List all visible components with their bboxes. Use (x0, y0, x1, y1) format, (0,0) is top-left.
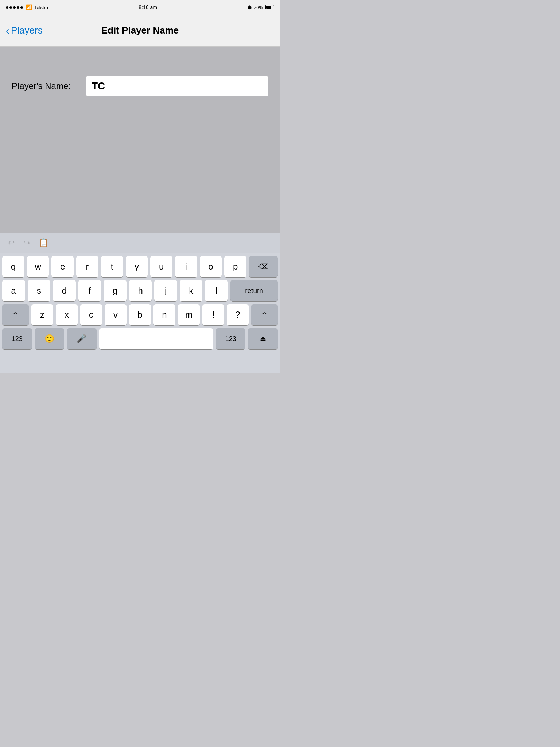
numbers-label: 123 (12, 335, 23, 343)
key-exclamation[interactable]: ! (202, 304, 224, 325)
key-row-3: ⇧ z x c v b n m ! ? ⇧ (2, 304, 278, 325)
key-question[interactable]: ? (227, 304, 249, 325)
key-j[interactable]: j (154, 280, 177, 301)
shift-left-icon: ⇧ (12, 310, 19, 319)
numbers-button-right[interactable]: 123 (216, 328, 246, 349)
player-name-label: Player's Name: (12, 81, 77, 91)
key-row-4: 123 🙂 🎤 123 ⏏ (2, 328, 278, 349)
battery-icon (265, 5, 274, 9)
key-d[interactable]: d (53, 280, 76, 301)
undo-icon: ↩ (8, 238, 15, 248)
redo-button[interactable]: ↪ (21, 236, 32, 250)
key-z[interactable]: z (31, 304, 53, 325)
key-l[interactable]: l (205, 280, 228, 301)
return-button[interactable]: return (230, 280, 278, 301)
keyboard-hide-button[interactable]: ⏏ (248, 328, 278, 349)
microphone-icon: 🎤 (77, 334, 86, 344)
signal-dots (6, 6, 23, 9)
wifi-icon: 📶 (26, 4, 32, 10)
keyboard-rows: q w e r t y u i o p ⌫ a s d f g h j k l … (0, 253, 280, 351)
backspace-button[interactable]: ⌫ (249, 256, 278, 277)
bluetooth-icon: ⬢ (248, 5, 252, 10)
redo-icon: ↪ (23, 238, 30, 248)
shift-right-button[interactable]: ⇧ (251, 304, 278, 325)
carrier-label: Telstra (34, 5, 48, 10)
shift-right-icon: ⇧ (261, 310, 268, 319)
key-w[interactable]: w (27, 256, 49, 277)
microphone-button[interactable]: 🎤 (67, 328, 97, 349)
back-label: Players (11, 25, 43, 36)
status-bar: 📶 Telstra 8:16 am ⬢ 70% (0, 0, 280, 15)
key-row-1: q w e r t y u i o p ⌫ (2, 256, 278, 277)
key-f[interactable]: f (78, 280, 101, 301)
back-chevron-icon: ‹ (6, 25, 9, 36)
key-n[interactable]: n (153, 304, 175, 325)
key-s[interactable]: s (28, 280, 51, 301)
nav-title: Edit Player Name (101, 25, 179, 36)
key-k[interactable]: k (180, 280, 203, 301)
nav-bar: ‹ Players Edit Player Name (0, 15, 280, 47)
status-left: 📶 Telstra (6, 4, 48, 10)
emoji-icon: 🙂 (44, 334, 54, 344)
keyboard-area: ↩ ↪ 📋 q w e r t y u i o p ⌫ a s (0, 233, 280, 374)
key-y[interactable]: y (126, 256, 148, 277)
key-a[interactable]: a (2, 280, 25, 301)
clipboard-icon: 📋 (39, 238, 48, 248)
player-name-input[interactable] (86, 76, 268, 96)
key-e[interactable]: e (51, 256, 74, 277)
numbers-button[interactable]: 123 (2, 328, 32, 349)
keyboard-hide-icon: ⏏ (260, 335, 266, 343)
key-row-2: a s d f g h j k l return (2, 280, 278, 301)
key-g[interactable]: g (104, 280, 127, 301)
key-i[interactable]: i (175, 256, 197, 277)
key-m[interactable]: m (178, 304, 200, 325)
key-b[interactable]: b (129, 304, 151, 325)
key-v[interactable]: v (105, 304, 127, 325)
status-right: ⬢ 70% (248, 5, 274, 10)
numbers-label-right: 123 (225, 335, 236, 343)
key-o[interactable]: o (200, 256, 222, 277)
key-h[interactable]: h (129, 280, 152, 301)
space-button[interactable] (99, 328, 213, 349)
key-t[interactable]: t (101, 256, 123, 277)
status-time: 8:16 am (139, 4, 157, 10)
shift-left-button[interactable]: ⇧ (2, 304, 29, 325)
backspace-icon: ⌫ (258, 262, 269, 271)
keyboard-toolbar: ↩ ↪ 📋 (0, 233, 280, 253)
key-r[interactable]: r (76, 256, 98, 277)
key-u[interactable]: u (150, 256, 172, 277)
back-button[interactable]: ‹ Players (6, 23, 46, 38)
emoji-button[interactable]: 🙂 (35, 328, 65, 349)
battery-percent: 70% (254, 5, 263, 10)
form-row: Player's Name: (0, 76, 280, 96)
key-x[interactable]: x (56, 304, 78, 325)
main-content: Player's Name: (0, 47, 280, 233)
key-c[interactable]: c (80, 304, 102, 325)
clipboard-button[interactable]: 📋 (36, 236, 51, 250)
key-q[interactable]: q (2, 256, 24, 277)
undo-button[interactable]: ↩ (6, 236, 17, 250)
key-p[interactable]: p (224, 256, 246, 277)
